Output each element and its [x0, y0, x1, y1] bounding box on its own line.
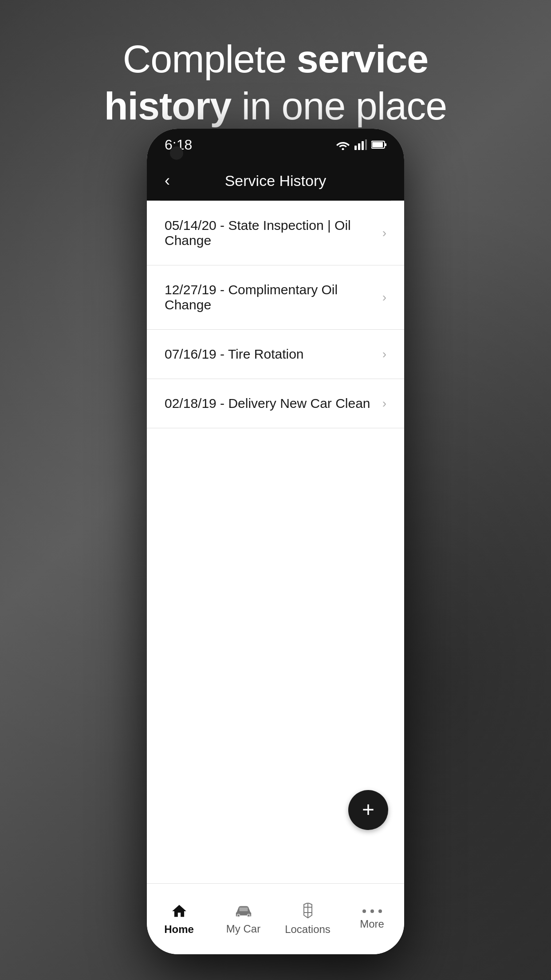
svg-point-17: [370, 909, 374, 913]
service-item-text-3: 07/16/19 - Tire Rotation: [165, 347, 304, 362]
app-header: ‹ Service History: [147, 161, 404, 201]
chevron-right-icon-2: ›: [382, 290, 386, 304]
service-item-text-2: 12/27/19 - Complimentary Oil Change: [165, 282, 382, 312]
wifi-icon: [336, 139, 350, 150]
service-item-1[interactable]: 05/14/20 - State Inspection | Oil Change…: [147, 201, 404, 265]
promo-headline: Complete servicehistory in one place: [0, 36, 551, 129]
svg-point-0: [342, 148, 344, 150]
svg-rect-12: [239, 907, 248, 911]
service-item-2[interactable]: 12/27/19 - Complimentary Oil Change ›: [147, 265, 404, 330]
phone-frame: 6:18: [147, 129, 404, 954]
svg-point-18: [378, 909, 382, 913]
car-icon: [234, 903, 253, 919]
status-icons: [336, 139, 386, 150]
status-bar: 6:18: [147, 129, 404, 161]
service-item-text-4: 02/18/19 - Delivery New Car Clean: [165, 396, 370, 411]
content-area: 05/14/20 - State Inspection | Oil Change…: [147, 201, 404, 883]
nav-item-mycar[interactable]: My Car: [211, 884, 276, 954]
service-list: 05/14/20 - State Inspection | Oil Change…: [147, 201, 404, 428]
headline-text: Complete servicehistory in one place: [104, 37, 447, 128]
battery-icon: [371, 140, 386, 149]
nav-label-home: Home: [164, 923, 194, 936]
chevron-right-icon-1: ›: [382, 226, 386, 240]
svg-rect-2: [358, 143, 360, 150]
svg-point-11: [248, 914, 249, 916]
svg-rect-1: [354, 146, 357, 150]
app-header-title: Service History: [225, 172, 327, 190]
nav-item-locations[interactable]: Locations: [276, 884, 340, 954]
svg-point-10: [237, 914, 239, 916]
home-icon: [171, 903, 188, 920]
phone-screen: 6:18: [147, 129, 404, 954]
bottom-nav: Home My Car: [147, 883, 404, 954]
service-item-3[interactable]: 07/16/19 - Tire Rotation ›: [147, 330, 404, 379]
nav-label-more: More: [360, 918, 384, 930]
nav-label-mycar: My Car: [226, 923, 260, 935]
nav-label-locations: Locations: [285, 923, 331, 936]
service-item-4[interactable]: 02/18/19 - Delivery New Car Clean ›: [147, 379, 404, 428]
add-icon: +: [362, 799, 374, 820]
signal-icon: [354, 139, 367, 150]
svg-point-16: [362, 909, 366, 913]
chevron-right-icon-3: ›: [382, 347, 386, 361]
nav-item-home[interactable]: Home: [147, 884, 211, 954]
service-item-text-1: 05/14/20 - State Inspection | Oil Change: [165, 218, 382, 248]
nav-item-more[interactable]: More: [340, 884, 404, 954]
svg-rect-3: [362, 141, 364, 150]
svg-rect-7: [385, 143, 386, 146]
svg-rect-6: [372, 142, 383, 147]
front-camera: [170, 146, 183, 160]
svg-rect-4: [365, 139, 367, 150]
more-icon: [362, 908, 382, 914]
chevron-right-icon-4: ›: [382, 396, 386, 411]
back-button[interactable]: ‹: [160, 167, 174, 194]
add-service-fab[interactable]: +: [348, 790, 388, 830]
map-icon: [300, 903, 315, 920]
